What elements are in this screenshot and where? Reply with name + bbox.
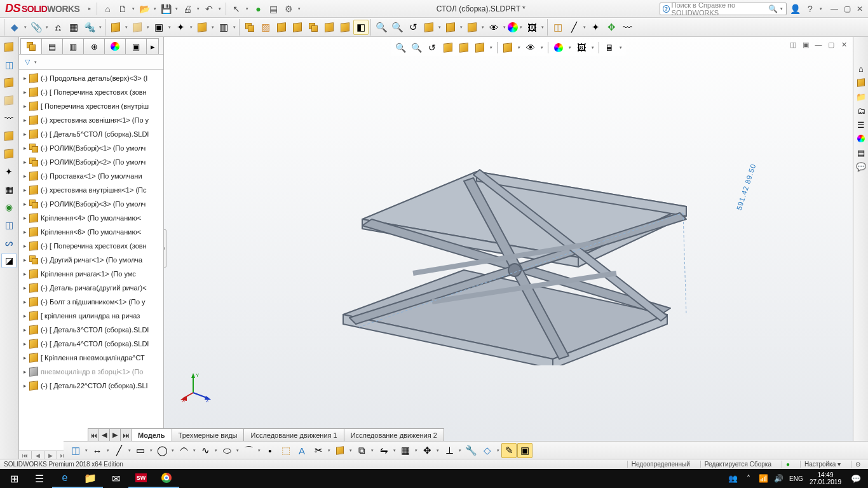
tp-props[interactable]: ▤ — [855, 146, 867, 159]
expand-icon[interactable]: ▸ — [22, 173, 28, 179]
file-menu-dd[interactable]: ▸ — [86, 0, 93, 18]
tree-item[interactable]: ▸(-) Другий ричаг<1> (По умолча — [19, 253, 163, 267]
edit-component-button[interactable]: ◆ — [7, 20, 22, 35]
tray-volume-icon[interactable]: 🔊 — [771, 474, 787, 483]
tree-item[interactable]: ▸(-) Продольна деталь(верх)<3> (I — [19, 71, 163, 85]
dd[interactable]: ▾ — [458, 448, 463, 453]
grip[interactable] — [3, 19, 6, 36]
hud-render[interactable]: 🖥 — [602, 41, 616, 55]
dd[interactable]: ▾ — [105, 448, 111, 453]
sk-move[interactable]: ✥ — [419, 443, 435, 458]
dd[interactable]: ▾ — [98, 25, 103, 30]
display-style-button[interactable] — [465, 20, 480, 35]
expand-icon[interactable]: ▸ — [22, 341, 28, 347]
hud-display-style[interactable] — [501, 41, 515, 55]
feature-tree[interactable]: ▸(-) Продольна деталь(верх)<3> (I▸(-) [ … — [19, 70, 163, 451]
home-button[interactable]: ⌂ — [100, 2, 114, 16]
tray-people-icon[interactable]: 👥 — [726, 474, 741, 483]
sk-plane[interactable]: ⬚ — [278, 443, 294, 458]
dd[interactable]: ▾ — [214, 448, 219, 453]
tab-display-mgr[interactable] — [104, 38, 126, 54]
mate-button[interactable]: ⎌ — [50, 20, 65, 35]
help-search[interactable]: ? Поиск в Справке по SOLIDWORKS 🔍 ▾ — [660, 3, 787, 15]
sk-pattern[interactable]: ▦ — [398, 443, 413, 458]
dd[interactable]: ▾ — [146, 25, 151, 30]
ref-geom-button[interactable]: ✦ — [173, 20, 188, 35]
hud-zoom-fit[interactable]: 🔍 — [393, 41, 407, 55]
smart-fastener-button[interactable]: 🔩 — [82, 20, 97, 35]
expand-icon[interactable]: ▸ — [22, 131, 28, 137]
view-triad[interactable]: Y Z X — [180, 370, 212, 402]
insert-component-button[interactable]: 📎 — [29, 20, 44, 35]
dd[interactable]: ▾ — [502, 25, 507, 30]
tree-item[interactable]: ▸Кріплення ричага<1> (По умс — [19, 267, 163, 281]
hud-orient[interactable] — [473, 41, 487, 55]
graphics-area[interactable]: ◂ 🔍 🔍 ↺ ▾ ▾ 👁▾ ▾ 🖼▾ 🖥▾ ◫ ▣ — ▢ ✕ — [164, 37, 853, 459]
scene-button[interactable]: 🖼 — [524, 20, 539, 35]
assembly-feat-button[interactable]: ▣ — [151, 20, 166, 35]
dd[interactable]: ▾ — [210, 25, 215, 30]
sk-repair[interactable]: 🔧 — [463, 443, 478, 458]
dd[interactable]: ▾ — [23, 25, 28, 30]
undo-dd[interactable]: ▾ — [217, 6, 222, 11]
search-dd[interactable]: ▾ — [779, 6, 783, 11]
tab-config-mgr[interactable]: ▥ — [62, 38, 84, 54]
tray-clock[interactable]: 14:49 27.01.2019 — [806, 471, 845, 485]
view-orient-button[interactable] — [443, 20, 458, 35]
expand-icon[interactable]: ▸ — [22, 257, 28, 263]
section-button[interactable] — [421, 20, 437, 35]
new-study-button[interactable] — [194, 20, 210, 35]
dd[interactable]: ▾ — [370, 448, 375, 453]
tp-appearance[interactable] — [855, 132, 867, 145]
doc-minimize[interactable]: — — [812, 39, 825, 50]
print-button[interactable]: 🖨 — [180, 2, 194, 16]
status-rebuild-icon[interactable]: ● — [782, 461, 794, 468]
options-dd[interactable]: ▾ — [297, 6, 302, 11]
exploded-button[interactable] — [242, 20, 257, 35]
prev-view-button[interactable]: ↺ — [405, 20, 421, 35]
cm-curve[interactable]: ᔕ — [1, 235, 17, 250]
tree-item[interactable]: ▸(-) РОЛИК(Взборі)<3> (По умолч — [19, 197, 163, 211]
bom-button[interactable]: ▥ — [216, 20, 231, 35]
expand-icon[interactable]: ▸ — [22, 285, 28, 291]
tp-file-exp[interactable]: 🗂 — [855, 104, 867, 117]
dd[interactable]: ▾ — [496, 448, 501, 453]
btab-nav-prev[interactable]: ◀ — [98, 428, 110, 441]
btab-model[interactable]: Модель — [131, 428, 172, 441]
dd[interactable]: ▾ — [167, 25, 172, 30]
clearance-button[interactable] — [290, 20, 305, 35]
options-button[interactable]: ⚙ — [281, 2, 295, 16]
dd[interactable]: ▾ — [539, 41, 545, 55]
hide-show-button[interactable]: 👁 — [486, 20, 501, 35]
expand-icon[interactable]: ▸ — [22, 327, 28, 333]
dd[interactable]: ▾ — [127, 448, 132, 453]
select-button[interactable]: ↖ — [229, 2, 243, 16]
win-app-edge[interactable]: e — [52, 469, 78, 488]
tp-resources[interactable] — [855, 76, 867, 89]
dd[interactable]: ▾ — [257, 448, 262, 453]
sk-point[interactable]: • — [262, 443, 278, 458]
sk-instant2d[interactable]: ▣ — [517, 443, 532, 458]
hud-hide-show[interactable]: 👁 — [524, 41, 538, 55]
panel-drag-handle[interactable]: ◂ — [164, 229, 166, 268]
instant3d-button[interactable]: ◧ — [353, 20, 369, 35]
dd[interactable]: ▾ — [435, 448, 440, 453]
tree-item[interactable]: ▸(-) Деталь ричага(другий ричаг)< — [19, 281, 163, 295]
sk-dim[interactable]: ↔ — [90, 443, 105, 458]
print-dd[interactable]: ▾ — [196, 6, 201, 11]
sk-ellipse[interactable]: ⬭ — [219, 443, 234, 458]
expand-icon[interactable]: ▸ — [22, 229, 28, 235]
perf-eval-button[interactable] — [337, 20, 353, 35]
dd[interactable]: ▾ — [519, 25, 524, 30]
tab-feature-tree[interactable] — [20, 38, 42, 54]
help-menu-button[interactable]: ? — [803, 2, 817, 16]
appearance-button[interactable] — [508, 22, 518, 32]
help-dd[interactable]: ▾ — [818, 6, 824, 11]
save-button[interactable]: 💾 — [159, 2, 173, 16]
zoom-area-button[interactable]: 🔍 — [390, 20, 405, 35]
explode-line-button[interactable]: ▨ — [258, 20, 273, 35]
cm-weld[interactable]: 〰 — [1, 111, 17, 126]
doc-close[interactable]: ✕ — [837, 39, 850, 50]
tree-item[interactable]: ▸(-) [ Поперечина хрестових (зовн — [19, 239, 163, 253]
cm-sim[interactable]: ◉ — [1, 200, 17, 215]
